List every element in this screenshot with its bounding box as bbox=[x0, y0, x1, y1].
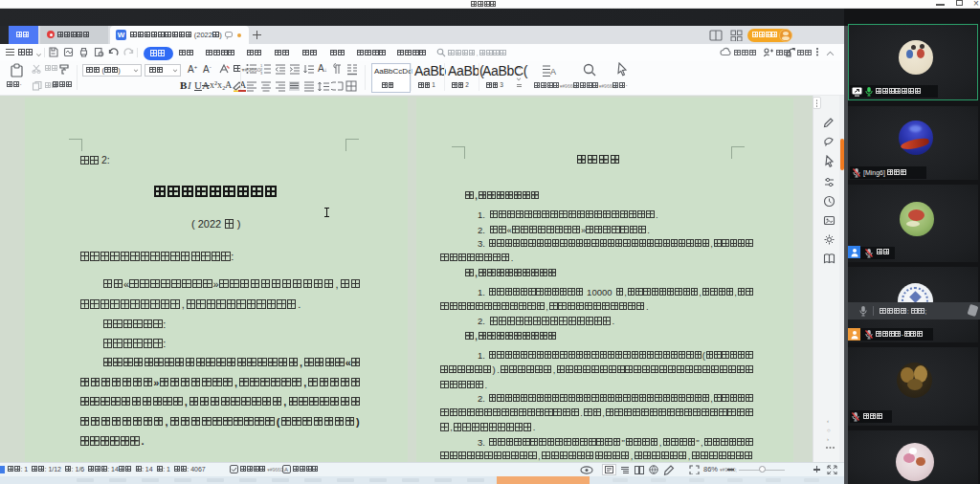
svg-text:A: A bbox=[284, 467, 288, 473]
svg-text:A: A bbox=[550, 67, 556, 77]
svg-text:3: 3 bbox=[260, 71, 263, 76]
